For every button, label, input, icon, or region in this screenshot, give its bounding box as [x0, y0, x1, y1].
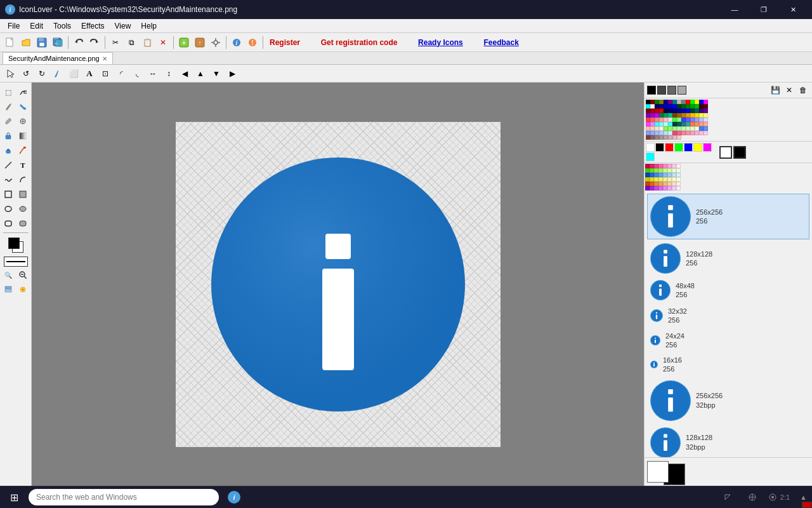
ext-color-3-4[interactable] [663, 177, 667, 182]
undo-button[interactable] [71, 35, 86, 50]
select-rect-tool[interactable]: ⬚ [1, 85, 15, 99]
bg-color-picker[interactable] [719, 146, 732, 159]
ext-color-1-4[interactable] [663, 168, 667, 173]
ext-color-4-6[interactable] [672, 182, 676, 186]
icon-size-row-2[interactable]: 48x48256 [647, 277, 809, 303]
fill-tool[interactable] [16, 100, 30, 114]
color-cell-94[interactable] [690, 126, 695, 131]
color-cell-67[interactable] [695, 117, 699, 122]
canvas-area[interactable] [32, 83, 644, 486]
color-cell-41[interactable] [704, 109, 708, 113]
copy-button[interactable]: ⧉ [124, 35, 139, 50]
menu-view[interactable]: View [110, 19, 136, 32]
icon-size-row-4[interactable]: 24x24256 [647, 329, 809, 352]
color-cell-21[interactable] [677, 104, 681, 109]
ext-color-0-1[interactable] [650, 164, 654, 168]
color-cell-26[interactable] [699, 104, 704, 109]
save-all-button[interactable] [50, 35, 65, 50]
windows-start-button[interactable]: ⊞ [5, 489, 23, 506]
bucket-tool[interactable] [1, 129, 15, 143]
ext-color-1-5[interactable] [667, 168, 672, 173]
ext-color-1-0[interactable] [645, 168, 650, 173]
color-cell-80[interactable] [690, 122, 695, 126]
ext-color-5-4[interactable] [663, 186, 667, 190]
color-cell-110[interactable] [699, 131, 704, 135]
rect-fill-tool[interactable] [16, 187, 30, 201]
color-cell-18[interactable] [664, 104, 668, 109]
color-cell-19[interactable] [668, 104, 672, 109]
ext-color-5-1[interactable] [650, 186, 654, 190]
color-cell-27[interactable] [704, 104, 708, 109]
ext-color-5-5[interactable] [667, 186, 672, 190]
fg-color-picker[interactable] [733, 146, 746, 159]
color-cell-34[interactable] [672, 109, 677, 113]
move-up-btn[interactable]: ▲ [193, 66, 208, 81]
menu-help[interactable]: Help [136, 19, 162, 32]
color-cell-59[interactable] [659, 117, 664, 122]
color-cell-115[interactable] [659, 135, 664, 140]
rect-tool[interactable] [1, 187, 15, 201]
ext-color-1-7[interactable] [676, 168, 681, 173]
ext-color-4-2[interactable] [654, 182, 658, 186]
wave-tool[interactable] [1, 173, 15, 187]
color-cell-30[interactable] [655, 109, 659, 113]
color-cell-93[interactable] [686, 126, 690, 131]
color-cell-76[interactable] [672, 122, 677, 126]
ext-color-5-3[interactable] [658, 186, 663, 190]
color-cell-83[interactable] [704, 122, 708, 126]
color-cell-15[interactable] [650, 104, 655, 109]
color-cell-8[interactable] [681, 100, 686, 104]
color-cell-73[interactable] [659, 122, 664, 126]
menu-tools[interactable]: Tools [48, 19, 76, 32]
ext-color-4-3[interactable] [658, 182, 663, 186]
color-cell-91[interactable] [677, 126, 681, 131]
mid-swatch[interactable] [667, 86, 676, 95]
ext-color-2-6[interactable] [672, 173, 676, 177]
color-cell-117[interactable] [668, 135, 672, 140]
ext-color-3-3[interactable] [658, 177, 663, 182]
ext-color-4-5[interactable] [667, 182, 672, 186]
ext-color-0-3[interactable] [658, 164, 663, 168]
blue-swatch[interactable] [684, 143, 693, 152]
color-cell-102[interactable] [664, 131, 668, 135]
ext-color-3-7[interactable] [676, 177, 681, 182]
color-cell-52[interactable] [690, 113, 695, 117]
icon-size-row-1[interactable]: 128x128256 [647, 241, 809, 276]
light-swatch[interactable] [678, 86, 686, 95]
export-button[interactable]: ↑ [192, 35, 207, 50]
color-cell-105[interactable] [677, 131, 681, 135]
color-cell-4[interactable] [664, 100, 668, 104]
select-freehand-tool[interactable] [16, 85, 30, 99]
color-cell-82[interactable] [699, 122, 704, 126]
eyedropper2-tool[interactable] [16, 114, 30, 128]
color-cell-22[interactable] [681, 104, 686, 109]
new-button[interactable] [3, 35, 18, 50]
ext-color-4-7[interactable] [676, 182, 681, 186]
color-cell-33[interactable] [668, 109, 672, 113]
ext-color-0-5[interactable] [667, 164, 672, 168]
color-cell-7[interactable] [677, 100, 681, 104]
color-cell-45[interactable] [659, 113, 664, 117]
ext-color-4-1[interactable] [650, 182, 654, 186]
icon-size-row-6[interactable]: 256x25632bpp [647, 378, 809, 424]
tab-close-button[interactable]: ✕ [102, 55, 107, 62]
color-cell-38[interactable] [690, 109, 695, 113]
color-cell-11[interactable] [695, 100, 699, 104]
color-cell-10[interactable] [690, 100, 695, 104]
settings-button[interactable] [208, 35, 223, 50]
color-cell-53[interactable] [695, 113, 699, 117]
ext-color-1-2[interactable] [654, 168, 658, 173]
color-cell-46[interactable] [664, 113, 668, 117]
color-cell-58[interactable] [655, 117, 659, 122]
ellipse-tool[interactable] [1, 202, 15, 216]
color-cell-101[interactable] [659, 131, 664, 135]
color-cell-84[interactable] [646, 126, 650, 131]
ext-color-0-7[interactable] [676, 164, 681, 168]
delete-button[interactable]: ✕ [155, 35, 171, 50]
ext-color-3-0[interactable] [645, 177, 650, 182]
ext-color-2-2[interactable] [654, 173, 658, 177]
zoom-out-tool[interactable] [16, 268, 30, 282]
ext-color-0-6[interactable] [672, 164, 676, 168]
color-cell-43[interactable] [650, 113, 655, 117]
move-left-btn[interactable]: ◀ [177, 66, 192, 81]
